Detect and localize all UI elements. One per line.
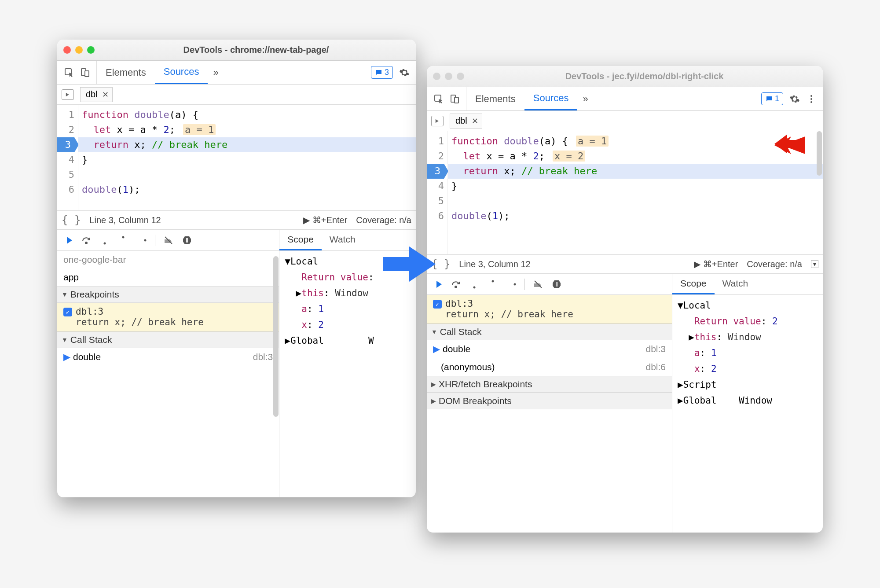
device-icon[interactable] bbox=[449, 94, 460, 104]
file-tab[interactable]: dbl ✕ bbox=[80, 87, 113, 102]
code-line[interactable]: double(1); bbox=[78, 182, 416, 197]
breakpoint-checkbox[interactable]: ✓ bbox=[63, 308, 72, 316]
sidebar-toggle-icon[interactable]: ▾ bbox=[811, 260, 818, 268]
settings-icon[interactable] bbox=[399, 67, 410, 78]
code-line[interactable] bbox=[448, 194, 823, 209]
line-gutter[interactable]: 123456 bbox=[57, 105, 78, 210]
device-icon[interactable] bbox=[80, 67, 90, 78]
code-lines[interactable]: function double(a) { let x = a * 2;a = 1… bbox=[78, 105, 416, 210]
step-out-icon[interactable] bbox=[488, 279, 498, 290]
callstack-frame[interactable]: ▶double dbl:3 bbox=[57, 348, 279, 366]
more-tabs-icon[interactable]: » bbox=[208, 67, 224, 78]
code-line[interactable]: return x; // break here bbox=[78, 137, 416, 152]
tab-watch[interactable]: Watch bbox=[322, 230, 363, 250]
code-editor[interactable]: 123456 function double(a) {a = 1 let x =… bbox=[427, 131, 823, 254]
inspect-icon[interactable] bbox=[433, 94, 444, 104]
breakpoints-header[interactable]: ▼Breakpoints bbox=[57, 286, 279, 303]
inspect-device-buttons[interactable] bbox=[427, 87, 466, 110]
step-over-icon[interactable] bbox=[451, 279, 461, 290]
settings-icon[interactable] bbox=[789, 94, 800, 104]
window-maximize-icon[interactable] bbox=[457, 73, 464, 80]
scope-row[interactable]: ▶Script bbox=[674, 377, 821, 393]
deactivate-breakpoints-icon[interactable] bbox=[533, 279, 543, 290]
file-tab[interactable]: dbl ✕ bbox=[450, 114, 482, 129]
window-minimize-icon[interactable] bbox=[75, 46, 83, 54]
pause-exceptions-icon[interactable] bbox=[182, 235, 192, 246]
scope-row[interactable]: ▶Global W bbox=[281, 333, 414, 349]
scope-row[interactable]: ▶Global Window bbox=[674, 393, 821, 408]
code-line[interactable]: } bbox=[448, 179, 823, 194]
deactivate-breakpoints-icon[interactable] bbox=[163, 235, 174, 246]
tab-elements[interactable]: Elements bbox=[97, 61, 155, 84]
kebab-menu-icon[interactable] bbox=[806, 94, 817, 104]
step-icon[interactable] bbox=[506, 279, 517, 290]
xhr-breakpoints-header[interactable]: ▶XHR/fetch Breakpoints bbox=[427, 376, 672, 393]
code-editor[interactable]: 123456 function double(a) { let x = a * … bbox=[57, 105, 416, 210]
pretty-print-icon[interactable]: { } bbox=[62, 214, 81, 226]
navigator-toggle-icon[interactable] bbox=[62, 89, 74, 100]
scope-row[interactable]: a: 1 bbox=[674, 345, 821, 361]
scrollbar[interactable] bbox=[273, 256, 279, 417]
code-line[interactable]: let x = a * 2;a = 1 bbox=[78, 122, 416, 137]
breakpoint-item[interactable]: ✓dbl:3 return x; // break here bbox=[57, 303, 279, 331]
tab-elements[interactable]: Elements bbox=[466, 87, 524, 110]
resume-icon[interactable] bbox=[62, 235, 73, 246]
inspect-device-buttons[interactable] bbox=[57, 61, 97, 84]
window-maximize-icon[interactable] bbox=[87, 46, 95, 54]
tab-scope[interactable]: Scope bbox=[672, 274, 715, 294]
dom-breakpoints-header[interactable]: ▶DOM Breakpoints bbox=[427, 393, 672, 409]
tab-sources[interactable]: Sources bbox=[524, 87, 578, 110]
code-line[interactable] bbox=[78, 167, 416, 182]
scope-row[interactable]: ▼Local bbox=[674, 298, 821, 313]
code-line[interactable]: function double(a) { bbox=[78, 107, 416, 122]
more-tabs-icon[interactable]: » bbox=[577, 93, 593, 105]
step-into-icon[interactable] bbox=[469, 279, 480, 290]
titlebar[interactable]: DevTools - chrome://new-tab-page/ bbox=[57, 40, 416, 61]
step-icon[interactable] bbox=[136, 235, 147, 246]
close-tab-icon[interactable]: ✕ bbox=[472, 116, 478, 126]
scope-row[interactable]: ▶this: Window bbox=[281, 285, 414, 301]
code-lines[interactable]: function double(a) {a = 1 let x = a * 2;… bbox=[448, 131, 823, 254]
scrollbar[interactable] bbox=[817, 131, 822, 176]
svg-point-3 bbox=[85, 242, 87, 244]
step-out-icon[interactable] bbox=[118, 235, 128, 246]
scope-row[interactable]: ▶this: Window bbox=[674, 329, 821, 345]
scope-body[interactable]: ▼Local Return value: 2 ▶this: Window a: … bbox=[672, 295, 823, 411]
step-into-icon[interactable] bbox=[99, 235, 110, 246]
code-line[interactable]: function double(a) {a = 1 bbox=[448, 134, 823, 149]
line-gutter[interactable]: 123456 bbox=[427, 131, 448, 254]
callstack-frame[interactable]: ▶double dbl:3 bbox=[427, 340, 672, 358]
tab-sources[interactable]: Sources bbox=[155, 61, 208, 84]
panel-tabstrip: Elements Sources » 1 bbox=[427, 87, 823, 111]
callstack-frame[interactable]: (anonymous) dbl:6 bbox=[427, 358, 672, 376]
callstack-header[interactable]: ▼Call Stack bbox=[427, 323, 672, 340]
tab-watch[interactable]: Watch bbox=[715, 274, 756, 294]
feedback-badge[interactable]: 1 bbox=[761, 92, 783, 105]
scope-row[interactable]: x: 2 bbox=[674, 361, 821, 377]
scope-row[interactable]: x: 2 bbox=[281, 317, 414, 333]
code-line[interactable]: double(1); bbox=[448, 209, 823, 224]
callstack-header[interactable]: ▼Call Stack bbox=[57, 331, 279, 348]
breakpoint-checkbox[interactable]: ✓ bbox=[433, 300, 442, 309]
titlebar[interactable]: DevTools - jec.fyi/demo/dbl-right-click bbox=[427, 66, 823, 87]
window-close-icon[interactable] bbox=[63, 46, 71, 54]
code-line[interactable]: let x = a * 2;x = 2 bbox=[448, 149, 823, 164]
window-minimize-icon[interactable] bbox=[445, 73, 452, 80]
navigator-toggle-icon[interactable] bbox=[431, 116, 444, 126]
close-tab-icon[interactable]: ✕ bbox=[102, 90, 109, 99]
scope-row[interactable]: a: 1 bbox=[281, 301, 414, 317]
pause-exceptions-icon[interactable] bbox=[551, 279, 562, 290]
inspect-icon[interactable] bbox=[64, 67, 74, 78]
step-over-icon[interactable] bbox=[81, 235, 92, 246]
code-line[interactable]: return x; // break here bbox=[448, 164, 823, 179]
app-row[interactable]: app bbox=[57, 268, 279, 286]
window-close-icon[interactable] bbox=[433, 73, 440, 80]
code-line[interactable]: } bbox=[78, 152, 416, 167]
devtools-window-right: DevTools - jec.fyi/demo/dbl-right-click … bbox=[427, 66, 823, 533]
tab-scope[interactable]: Scope bbox=[279, 230, 322, 250]
feedback-badge[interactable]: 3 bbox=[371, 66, 393, 79]
debugger-left-panel[interactable]: one-google-bar app ▼Breakpoints ✓dbl:3 r… bbox=[57, 251, 279, 497]
debugger-left-panel[interactable]: ✓dbl:3 return x; // break here ▼Call Sta… bbox=[427, 295, 672, 533]
breakpoint-item[interactable]: ✓dbl:3 return x; // break here bbox=[427, 295, 672, 323]
scope-row[interactable]: Return value: 2 bbox=[674, 313, 821, 329]
